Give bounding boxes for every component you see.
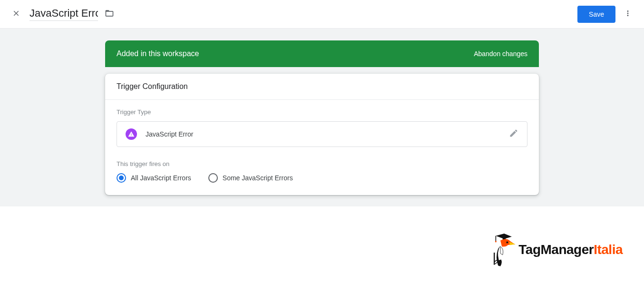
radio-some-js-errors[interactable]: Some JavaScript Errors (208, 173, 293, 183)
kebab-icon (624, 9, 632, 20)
radio-icon (208, 173, 218, 183)
brand-logo: TagManagerItalia (489, 230, 623, 270)
radio-label: Some JavaScript Errors (223, 174, 293, 182)
close-icon (12, 9, 20, 20)
close-button[interactable] (7, 5, 26, 24)
trigger-type-name: JavaScript Error (146, 130, 193, 138)
editor-canvas: Added in this workspace Abandon changes … (0, 29, 644, 206)
svg-marker-0 (496, 234, 512, 239)
folder-icon (105, 9, 114, 20)
woodpecker-icon (489, 230, 516, 270)
svg-marker-4 (510, 242, 516, 245)
trigger-title-input[interactable] (29, 7, 98, 21)
save-button[interactable]: Save (577, 6, 615, 23)
folder-button[interactable] (104, 9, 115, 20)
svg-point-5 (507, 241, 508, 243)
more-menu-button[interactable] (618, 5, 637, 24)
trigger-type-label: Trigger Type (117, 108, 527, 116)
fires-on-radio-group: All JavaScript Errors Some JavaScript Er… (117, 173, 527, 183)
pencil-icon (509, 128, 518, 140)
abandon-changes-button[interactable]: Abandon changes (474, 50, 527, 58)
trigger-type-selector[interactable]: JavaScript Error (117, 121, 527, 147)
trigger-config-panel: Trigger Configuration Trigger Type JavaS… (105, 74, 539, 195)
radio-icon (117, 173, 126, 183)
fires-on-label: This trigger fires on (117, 160, 527, 167)
radio-all-js-errors[interactable]: All JavaScript Errors (117, 173, 191, 183)
banner-message: Added in this workspace (117, 49, 199, 58)
svg-point-3 (495, 241, 497, 242)
panel-title: Trigger Configuration (105, 74, 539, 100)
warning-triangle-icon (126, 128, 137, 140)
app-header: Save (0, 0, 644, 29)
radio-label: All JavaScript Errors (131, 174, 191, 182)
workspace-banner: Added in this workspace Abandon changes (105, 40, 539, 67)
brand-text: TagManagerItalia (518, 242, 623, 257)
